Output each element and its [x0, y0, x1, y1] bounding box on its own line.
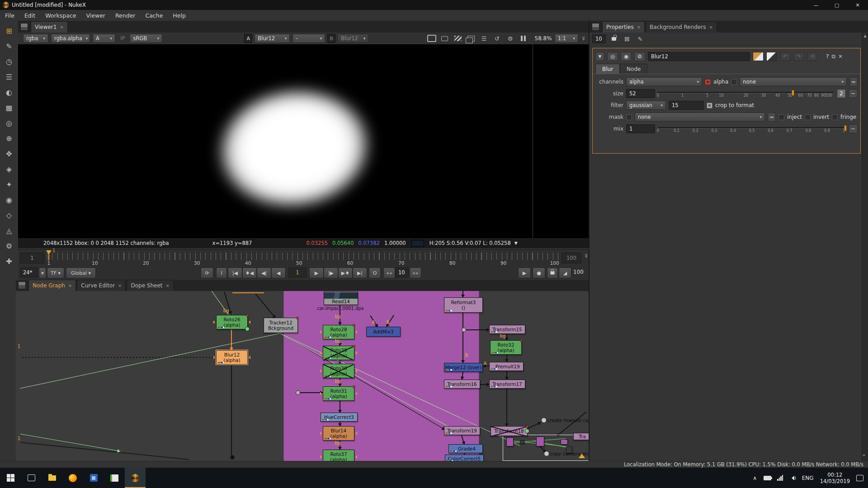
channel-icon[interactable]: ☰	[3, 70, 15, 83]
task-view-button[interactable]	[21, 468, 42, 488]
tab-background-renders[interactable]: Background Renders✕	[646, 21, 717, 33]
transport-fwd-1[interactable]: |▶	[324, 267, 338, 278]
close-button[interactable]: ✕	[847, 0, 868, 10]
loop-mode-button[interactable]: ⟳	[201, 267, 213, 278]
network-signal-icon[interactable]	[775, 468, 786, 488]
battery-icon[interactable]	[762, 468, 773, 488]
fps-dropdown[interactable]: ▾	[39, 267, 46, 278]
node-roto37[interactable]: Roto37(alpha)	[323, 450, 354, 461]
layer-dropdown[interactable]: rgba	[23, 34, 48, 43]
node-transform16[interactable]: Transform16	[444, 380, 480, 389]
start-button[interactable]	[0, 468, 21, 488]
slider-handle[interactable]	[844, 125, 847, 131]
node-color-button[interactable]	[753, 52, 764, 61]
toolsets-icon[interactable]: ⚙	[3, 239, 15, 252]
properties-scrollbar[interactable]: ▲ »	[862, 33, 868, 461]
pixel-aspect-dropdown[interactable]: 1:1	[555, 34, 578, 43]
edit-icon[interactable]: ✎	[636, 35, 645, 42]
node-roto31[interactable]: Roto31(alpha)	[323, 386, 354, 401]
proxy-format-icon[interactable]	[440, 35, 449, 42]
menu-edit[interactable]: Edit	[19, 12, 40, 19]
pane-menu-icon[interactable]	[18, 282, 26, 289]
timeline-mode-dropdown[interactable]: TF ▾	[47, 267, 64, 278]
size-multiplier-button[interactable]: 2	[837, 89, 846, 98]
mask-equals-button[interactable]: =	[768, 113, 776, 122]
playhead-triangle[interactable]	[46, 250, 52, 257]
clear-panels-icon[interactable]: ⊠	[623, 35, 632, 42]
revert-button[interactable]: ⟲	[807, 52, 818, 61]
node--premult19[interactable]: _Premult19	[489, 362, 524, 371]
collapse-panel-button[interactable]: ▼	[595, 52, 604, 61]
particles-icon[interactable]: ✦	[3, 178, 15, 191]
menu-file[interactable]: File	[0, 12, 19, 19]
size-slider[interactable]: 015102030405060708090100	[658, 89, 834, 98]
wipe-mode-dropdown[interactable]: -	[292, 34, 325, 43]
pause-icon[interactable]	[519, 35, 528, 42]
language-indicator[interactable]: ENG	[800, 468, 816, 488]
zoom-level[interactable]: 58.8%	[535, 35, 552, 42]
node-name-field[interactable]: Blur12	[648, 52, 750, 61]
tab-node-graph[interactable]: Node Graph✕	[28, 280, 76, 291]
menu-workspace[interactable]: Workspace	[40, 12, 81, 19]
views-icon[interactable]: ◇	[3, 209, 15, 221]
tab-properties[interactable]: Properties✕	[602, 21, 645, 33]
b-input-dropdown[interactable]: Blur12	[338, 34, 368, 43]
filter-quality-field[interactable]: 15	[669, 101, 704, 110]
viewer-canvas[interactable]	[18, 44, 589, 238]
size-curve-button[interactable]: ~	[849, 89, 858, 98]
lock-panels-icon[interactable]	[609, 35, 618, 42]
node-blur14[interactable]: Blur14(alpha)	[323, 426, 354, 441]
file-explorer-icon[interactable]	[42, 468, 62, 488]
transport-back-3[interactable]: ◀	[271, 267, 286, 278]
close-icon[interactable]: ✕	[166, 283, 170, 288]
transport-fwd-0[interactable]: ▶	[309, 267, 324, 278]
transport-back-2[interactable]: ◀|	[257, 267, 271, 278]
input-process-toggle[interactable]: IP	[120, 35, 125, 42]
record-button[interactable]: ●	[533, 267, 545, 278]
transport-fwd-3[interactable]: ▶|	[353, 267, 367, 278]
undo-button[interactable]: ↶	[780, 52, 791, 61]
node-roto30[interactable]: Roto30(alpha)	[323, 364, 354, 378]
stereo-view-dropdown[interactable]: A	[93, 34, 115, 43]
close-icon[interactable]: ✕	[60, 25, 63, 30]
center-node-button[interactable]: ◎	[607, 52, 618, 61]
deep-icon[interactable]: ◉	[3, 193, 15, 206]
node-tracker12[interactable]: Tracker12Bckground	[264, 318, 298, 333]
transform-icon[interactable]: ✥	[3, 147, 15, 160]
pane-menu-icon[interactable]	[592, 23, 599, 31]
close-icon[interactable]: ✕	[68, 283, 72, 288]
redo-button[interactable]: ↷	[793, 52, 804, 61]
float-panel-icon[interactable]: ⧉	[831, 53, 835, 60]
ramp-button[interactable]: ◢	[559, 267, 571, 278]
help-button[interactable]: ?	[826, 53, 829, 60]
close-icon[interactable]: ✕	[118, 283, 122, 288]
size-field[interactable]: 52	[626, 89, 655, 98]
title-bar[interactable]: Untitled [modified] - NukeX — ▢ ✕	[0, 0, 868, 10]
out-point-button[interactable]: O	[369, 267, 381, 278]
metadata-icon[interactable]: ◬	[3, 224, 15, 237]
slider-handle[interactable]	[792, 90, 794, 96]
action-center-icon[interactable]	[854, 468, 865, 488]
range-mode-dropdown[interactable]: Global ▾	[66, 267, 96, 278]
range-start-field[interactable]: 1	[20, 253, 44, 263]
time-icon[interactable]: ◷	[3, 55, 15, 68]
menu-render[interactable]: Render	[110, 12, 141, 19]
timeline-collapse-icon[interactable]: »	[583, 253, 590, 263]
a-input-dropdown[interactable]: Blur12	[255, 34, 290, 43]
in-point-button[interactable]: I	[216, 267, 227, 278]
node-mini[interactable]	[506, 437, 514, 446]
close-panel-icon[interactable]: ✕	[838, 53, 843, 60]
close-icon[interactable]: ✕	[709, 25, 712, 30]
nuke-taskbar-icon[interactable]	[125, 468, 146, 488]
tab-viewer1[interactable]: Viewer1 ✕	[31, 21, 68, 33]
channels-equals-button[interactable]: =	[849, 77, 858, 86]
menu-cache[interactable]: Cache	[140, 12, 168, 19]
node-transform18[interactable]: Transform18	[491, 426, 528, 436]
node-roto29[interactable]: Roto29(alpha)	[323, 346, 354, 360]
inject-checkbox[interactable]	[778, 114, 784, 120]
current-frame-field[interactable]: 1	[288, 267, 307, 277]
backdrop-node[interactable]	[283, 291, 479, 461]
node-transform19[interactable]: Transform19	[444, 426, 480, 435]
gl-color-button[interactable]	[766, 52, 777, 61]
skip-forward-button[interactable]: »»	[410, 267, 421, 278]
